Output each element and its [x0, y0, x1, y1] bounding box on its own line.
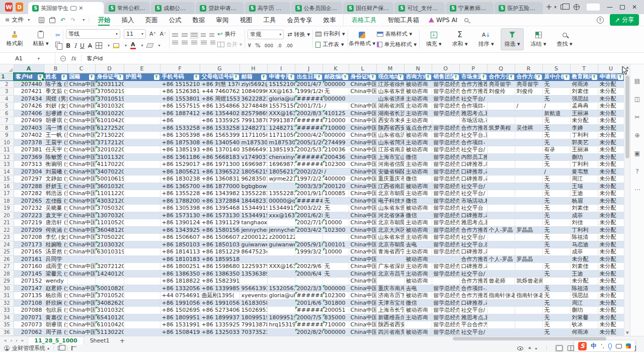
cell[interactable]: 135363896(: [239, 270, 267, 278]
row-header-32[interactable]: 32: [0, 299, 14, 307]
cell[interactable]: 无: [323, 197, 349, 205]
cell[interactable]: [487, 168, 515, 175]
cell[interactable]: [124, 205, 160, 212]
cell[interactable]: 合作方推荐: [459, 226, 487, 234]
cell[interactable]: 2003/3/30: [295, 183, 323, 190]
cell[interactable]: 留学总经办: [432, 132, 459, 139]
cell[interactable]: 重庆市南岸: [376, 285, 404, 292]
cell[interactable]: 留学总经办: [432, 292, 459, 300]
cell[interactable]: 有录: [542, 146, 570, 154]
header-cell[interactable]: 咨询方式: [404, 73, 432, 80]
cell[interactable]: +86 13320563: [160, 285, 200, 292]
cell[interactable]: 430103200107142529: [95, 103, 124, 110]
cell[interactable]: 未分配: [598, 205, 624, 212]
cell[interactable]: 社交平台/: [459, 270, 487, 278]
row-header-35[interactable]: 35: [0, 321, 14, 329]
cell[interactable]: 130703200106280921: [95, 212, 124, 219]
cell[interactable]: 孟冉冉: [570, 103, 598, 110]
name-box[interactable]: A1▾: [0, 53, 55, 64]
cell[interactable]: +86 1851229020(: [200, 248, 239, 256]
cell[interactable]: 个人-罗晶: [487, 255, 515, 263]
cell[interactable]: China中国: [67, 103, 95, 110]
cell[interactable]: 留学总经办: [432, 124, 459, 132]
cell[interactable]: [515, 248, 542, 256]
cell[interactable]: 社交平台/: [459, 190, 487, 198]
cell[interactable]: China中国: [349, 328, 376, 336]
cell[interactable]: 主动咨询: [404, 168, 432, 175]
cell[interactable]: 主动咨询: [404, 117, 432, 125]
cell[interactable]: China中国: [67, 234, 95, 241]
cell[interactable]: China中国: [349, 219, 376, 227]
cell[interactable]: ########: [295, 307, 323, 314]
cell[interactable]: 被动咨询: [404, 255, 432, 263]
cell[interactable]: 1999/1/26: [295, 88, 323, 96]
cell[interactable]: 新疆维吾尔: [376, 314, 404, 321]
cell[interactable]: 雅思考点,雅: [459, 219, 487, 227]
cell[interactable]: 未分配: [598, 270, 624, 278]
strikethrough-button[interactable]: A: [88, 42, 92, 49]
cell[interactable]: China中国: [67, 183, 95, 190]
cell[interactable]: 207369: [14, 153, 44, 161]
header-cell[interactable]: 销售团队: [432, 73, 459, 80]
cell[interactable]: 207147: [14, 285, 44, 292]
panel-split-icon[interactable]: ◫: [634, 96, 640, 103]
cell[interactable]: 主动咨询: [404, 95, 432, 103]
cell[interactable]: 825798695: [239, 110, 267, 117]
cell[interactable]: ########: [295, 292, 323, 300]
cell[interactable]: 彭睿婧 (女: [44, 110, 67, 117]
cell[interactable]: 207088: [14, 307, 44, 314]
cell[interactable]: 上海市宝山: [376, 153, 404, 161]
cell[interactable]: 合作项目-: [459, 103, 487, 110]
cell[interactable]: 留学总经办: [432, 139, 459, 146]
row-header-20[interactable]: 20: [0, 212, 14, 219]
cell[interactable]: 无: [542, 205, 570, 212]
cell[interactable]: 未分配: [598, 161, 624, 168]
cell[interactable]: +86 18002510: [160, 263, 200, 271]
cell[interactable]: 北京市朝阳: [376, 219, 404, 227]
user-avatar-icon[interactable]: [4, 345, 10, 351]
cell[interactable]: 10000: [323, 219, 349, 227]
filter-button-icon[interactable]: [536, 74, 542, 80]
document-tab[interactable]: S高学历 教授.xlsx: [245, 2, 290, 14]
cell[interactable]: 微信: [404, 175, 432, 183]
decrease-decimal-button[interactable]: .0: [277, 43, 282, 48]
cell[interactable]: China中国: [349, 153, 376, 161]
cell[interactable]: 蒯玏: [570, 153, 598, 161]
cell[interactable]: 610104200212213421: [95, 321, 124, 329]
filter-button-icon[interactable]: [118, 74, 123, 80]
cell[interactable]: 左佳薇 (女: [44, 197, 67, 205]
cell[interactable]: 留学总经办: [432, 226, 459, 234]
cell[interactable]: [124, 292, 160, 300]
cell[interactable]: z20001227: [239, 234, 267, 241]
cell[interactable]: [323, 278, 349, 285]
document-tab[interactable]: S公务员国企事业单位: [291, 2, 342, 14]
cell[interactable]: ########: [295, 197, 323, 205]
cell[interactable]: [515, 205, 542, 212]
cell[interactable]: [124, 88, 160, 96]
cell[interactable]: 207426: [14, 103, 44, 110]
cell[interactable]: 864752343: [239, 248, 267, 256]
cell[interactable]: 留学总经办: [432, 146, 459, 154]
cell[interactable]: 留学总经办: [432, 234, 459, 241]
cell[interactable]: 微信: [404, 197, 432, 205]
cell[interactable]: [487, 299, 515, 307]
cell[interactable]: 山东省济南: [376, 95, 404, 103]
cell[interactable]: 成菲: [570, 248, 598, 256]
cell[interactable]: China中国: [67, 292, 95, 300]
cell[interactable]: 北京市朝阳: [376, 241, 404, 248]
cell[interactable]: +86 1386350500(: [200, 270, 239, 278]
cell[interactable]: [124, 278, 160, 285]
cell[interactable]: 153449155: [267, 205, 295, 212]
cell[interactable]: +86 15319918: [160, 321, 200, 329]
cell[interactable]: 207232: [14, 205, 44, 212]
close-button[interactable]: ✕: [632, 4, 637, 10]
cell[interactable]: 刘佳: [570, 219, 598, 227]
cell[interactable]: 无: [542, 183, 570, 190]
cell[interactable]: 合作方推荐: [459, 88, 487, 96]
cell[interactable]: 雅思考点,雅: [459, 314, 487, 321]
cell[interactable]: China中国: [67, 110, 95, 117]
cell[interactable]: [124, 212, 160, 219]
cell[interactable]: [124, 255, 160, 263]
cell[interactable]: 835000: [323, 314, 349, 321]
cell[interactable]: 无: [323, 205, 349, 212]
